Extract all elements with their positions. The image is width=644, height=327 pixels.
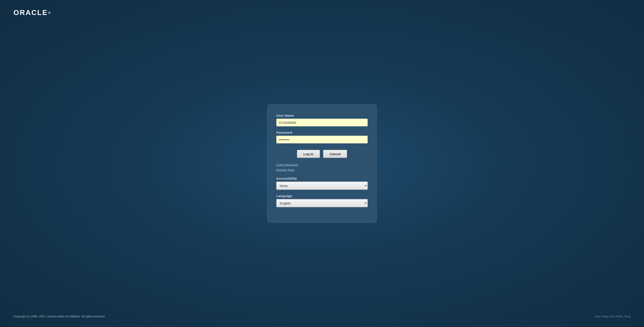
url-text: https://blog.csdn.net/Mr_Seng — [595, 315, 630, 318]
cancel-button[interactable]: Cancel — [323, 150, 347, 158]
login-assistance-link[interactable]: Login Assistance — [276, 163, 368, 166]
language-group: Language English — [276, 194, 368, 207]
accessibility-group: Accessibility None — [276, 177, 368, 190]
password-input[interactable] — [276, 136, 368, 144]
username-input[interactable] — [276, 119, 368, 127]
username-group: User Name — [276, 114, 368, 127]
password-group: Password — [276, 131, 368, 144]
login-card: User Name Password Log In Cancel Login A… — [267, 104, 377, 223]
oracle-logo-text: ORACLE — [14, 8, 48, 17]
oracle-logo: ORACLE® — [14, 8, 51, 17]
copyright-footer: Copyright (c) 1998, 2017, Oracle and/or … — [14, 315, 106, 318]
register-link[interactable]: Register Here — [276, 168, 368, 172]
username-label: User Name — [276, 114, 368, 117]
language-select[interactable]: English — [276, 199, 368, 207]
bottom-url: https://blog.csdn.net/Mr_Seng — [595, 315, 630, 318]
accessibility-select[interactable]: None — [276, 182, 368, 190]
button-row: Log In Cancel — [276, 150, 368, 158]
language-label: Language — [276, 194, 368, 198]
login-button[interactable]: Log In — [297, 150, 320, 158]
registered-symbol: ® — [48, 11, 51, 14]
copyright-text: Copyright (c) 1998, 2017, Oracle and/or … — [14, 315, 106, 318]
accessibility-label: Accessibility — [276, 177, 368, 180]
password-label: Password — [276, 131, 368, 134]
links-section: Login Assistance Register Here — [276, 163, 368, 172]
